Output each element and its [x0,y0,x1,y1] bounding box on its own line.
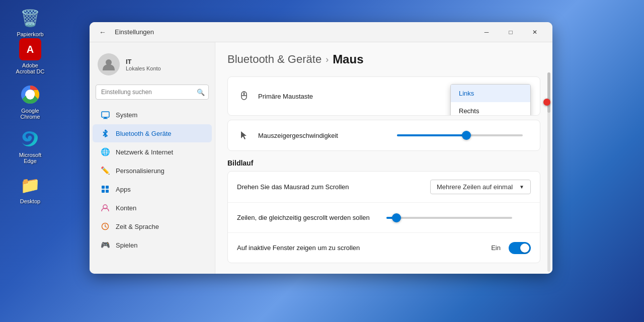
main-content: Bluetooth & Geräte › Maus [215,42,552,274]
bildlauf-header: Bildlauf [227,159,540,167]
svg-rect-7 [102,186,105,189]
bluetooth-icon [101,129,110,138]
apps-icon [101,185,110,194]
bildlauf-card: Drehen Sie das Mausrad zum Scrollen Mehr… [227,171,540,263]
edge-label: Microsoft Edge [13,152,47,164]
sidebar-item-personalisierung-label: Personalisierung [116,167,165,175]
mauszeigergeschwindigkeit-control [397,134,531,136]
personalisierung-icon: ✏️ [101,166,110,175]
desktop-icon-chrome[interactable]: Google Chrome [10,80,50,123]
system-icon [101,110,110,119]
sidebar-item-apps[interactable]: Apps [93,180,212,198]
primaere-maustaste-control: Links Rechts [450,85,531,107]
dropdown-option-rechts[interactable]: Rechts [451,102,530,116]
user-name: IT [126,58,161,65]
desktop-folder-icon: 📁 [19,174,41,196]
primaere-maustaste-label: Primäre Maustaste [258,93,450,100]
adobe-label: Adobe Acrobat DC [13,62,47,74]
zeilen-gleichzeitig-control [386,217,531,219]
drehen-mausrad-selected: Mehrere Zeilen auf einmal [437,183,513,191]
mauszeigergeschwindigkeit-slider-thumb[interactable] [462,131,471,140]
nav-buttons: ← [96,25,110,39]
user-avatar [98,53,120,75]
zeilen-gleichzeitig-label: Zeilen, die gleichzeitig gescrollt werde… [237,214,381,221]
maximize-button[interactable]: □ [499,25,522,40]
primaere-maustaste-card: Primäre Maustaste Links Rechts [227,76,540,116]
adobe-icon: A [19,38,41,60]
search-icon: 🔍 [197,89,205,96]
edge-icon [19,128,41,150]
chrome-label: Google Chrome [13,108,47,120]
user-account: Lokales Konto [126,65,161,71]
dropdown-option-links[interactable]: Links [451,85,530,102]
inaktive-fenster-toggle[interactable] [509,242,531,254]
sidebar-item-bluetooth-label: Bluetooth & Geräte [116,130,172,137]
mouse-cursor [543,99,550,106]
mauszeigergeschwindigkeit-slider-fill [397,134,466,136]
close-button[interactable]: ✕ [523,25,546,40]
window-controls: ─ □ ✕ [475,25,546,40]
sidebar-item-apps-label: Apps [116,186,131,193]
papierkorb-icon: 🗑️ [19,7,41,29]
konten-icon [101,203,110,212]
mauszeigergeschwindigkeit-label: Mauszeigergeschwindigkeit [258,132,392,139]
chrome-icon [19,84,41,106]
primaere-dropdown-menu: Links Rechts [450,84,531,116]
sidebar-item-konten-label: Konten [116,204,136,212]
sidebar-item-zeit[interactable]: Zeit & Sprache [93,217,212,235]
sidebar-item-netzwerk-label: Netzwerk & Internet [116,148,173,156]
title-bar-left: ← Einstellungen [96,25,154,39]
dropdown-chevron-icon: ▼ [519,184,524,190]
svg-point-2 [27,91,34,98]
inaktive-fenster-row: Auf inaktive Fenster zeigen um zu scroll… [228,232,540,263]
sidebar-item-netzwerk[interactable]: 🌐 Netzwerk & Internet [93,143,212,161]
inaktive-fenster-label: Auf inaktive Fenster zeigen um zu scroll… [237,244,491,252]
sidebar-item-system[interactable]: System [93,106,212,124]
title-bar: ← Einstellungen ─ □ ✕ [90,22,552,42]
pointer-icon [237,128,251,142]
desktop-icon-edge[interactable]: Microsoft Edge [10,125,50,167]
sidebar-item-bluetooth[interactable]: Bluetooth & Geräte [93,124,212,142]
svg-rect-5 [104,117,107,118]
sidebar: IT Lokales Konto 🔍 System [90,42,215,274]
sidebar-item-spielen[interactable]: 🎮 Spielen [93,236,212,254]
breadcrumb-separator: › [326,54,329,65]
sidebar-item-personalisierung[interactable]: ✏️ Personalisierung [93,162,212,180]
zeilen-slider-thumb[interactable] [392,213,401,222]
breadcrumb-current: Maus [333,52,363,66]
settings-window: ← Einstellungen ─ □ ✕ [90,22,552,274]
breadcrumb-parent[interactable]: Bluetooth & Geräte [227,53,321,66]
svg-point-16 [244,93,245,95]
toggle-knob [520,244,529,253]
desktop-folder-label: Desktop [20,198,40,204]
back-button[interactable]: ← [96,25,110,39]
svg-rect-6 [103,118,108,119]
toggle-label-ein: Ein [491,244,501,252]
drehen-mausrad-dropdown[interactable]: Mehrere Zeilen auf einmal ▼ [430,180,531,194]
svg-rect-10 [106,190,109,193]
user-info: IT Lokales Konto [126,58,161,71]
window-title: Einstellungen [115,28,154,36]
zeilen-slider-track[interactable] [386,217,512,219]
desktop-icon-desktop-folder[interactable]: 📁 Desktop [10,171,50,207]
primaere-maustaste-row: Primäre Maustaste Links Rechts [228,77,540,115]
desktop-icon-adobe[interactable]: A Adobe Acrobat DC [10,35,50,77]
svg-rect-4 [102,112,109,117]
mauszeigergeschwindigkeit-slider-track[interactable] [397,134,523,136]
user-section: IT Lokales Konto [90,48,215,85]
svg-rect-8 [106,186,109,189]
sidebar-item-zeit-label: Zeit & Sprache [116,223,159,230]
drehen-mausrad-row: Drehen Sie das Mausrad zum Scrollen Mehr… [228,172,540,202]
window-body: IT Lokales Konto 🔍 System [90,42,552,274]
svg-rect-9 [102,190,105,193]
mauszeigergeschwindigkeit-row: Mauszeigergeschwindigkeit [228,120,540,150]
mauszeigergeschwindigkeit-card: Mauszeigergeschwindigkeit [227,120,540,151]
minimize-button[interactable]: ─ [475,25,498,40]
scroll-thumb[interactable] [547,72,550,113]
spielen-icon: 🎮 [101,240,110,250]
mouse-icon [237,89,251,103]
sidebar-item-konten[interactable]: Konten [93,199,212,217]
drehen-mausrad-control: Mehrere Zeilen auf einmal ▼ [430,180,531,194]
drehen-mausrad-label: Drehen Sie das Mausrad zum Scrollen [237,183,430,191]
search-input[interactable] [96,85,209,100]
